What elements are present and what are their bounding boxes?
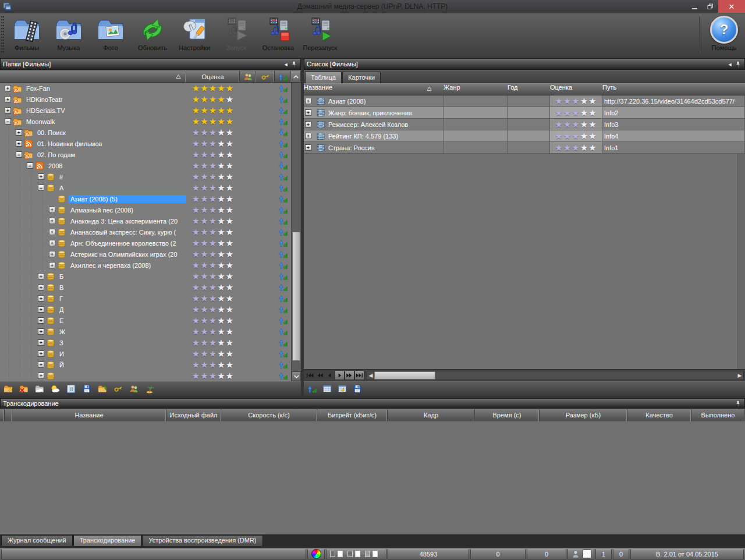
- toolbar-button-music-folder[interactable]: Музыка: [48, 16, 90, 51]
- tree-row[interactable]: +Б★★★★★: [0, 271, 291, 282]
- rating-stars[interactable]: ★★★★★: [192, 106, 234, 115]
- rating-stars[interactable]: ★★★★★: [555, 97, 597, 105]
- toolbar-table-button[interactable]: [322, 384, 332, 394]
- nav-next-button[interactable]: [335, 371, 345, 380]
- tree-row[interactable]: +И★★★★★: [0, 348, 291, 359]
- toolbar-weather-button[interactable]: [51, 384, 60, 394]
- rating-stars[interactable]: ★★★★★: [555, 143, 597, 152]
- rating-stars[interactable]: ★★★★★: [192, 283, 234, 292]
- scroll-down-button[interactable]: [292, 371, 301, 381]
- toolbar-save-button[interactable]: [353, 384, 362, 394]
- tree-row[interactable]: +00. Поиск★★★★★: [0, 127, 291, 138]
- toolbar-button-refresh[interactable]: Обновить: [132, 16, 173, 51]
- toolbar-button-films-folder[interactable]: Фильмы: [6, 16, 48, 51]
- toolbar-button-restart[interactable]: Перезапуск: [299, 16, 341, 51]
- expand-icon[interactable]: +: [38, 306, 44, 313]
- year-column-header[interactable]: Год: [508, 84, 550, 95]
- rating-stars[interactable]: ★★★★★: [192, 150, 234, 159]
- path-column-header[interactable]: Путь: [602, 84, 745, 95]
- rating-stars[interactable]: ★★★★★: [192, 117, 234, 126]
- scrollbar-thumb[interactable]: [292, 232, 300, 361]
- horizontal-scrollbar[interactable]: ◀ ▶: [367, 371, 744, 380]
- collapse-icon[interactable]: −: [38, 185, 44, 191]
- tab-Таблица[interactable]: Таблица: [305, 72, 342, 83]
- tab-Карточки[interactable]: Карточки: [342, 72, 381, 83]
- rating-stars[interactable]: ★★★★★: [192, 338, 234, 347]
- expand-icon[interactable]: +: [5, 85, 11, 91]
- close-button[interactable]: ✕: [718, 0, 745, 13]
- name-column-header[interactable]: Название: [304, 84, 444, 95]
- tree-row[interactable]: +Алмазный пес (2008)★★★★★: [0, 204, 291, 215]
- rating-stars[interactable]: ★★★★★: [192, 139, 234, 148]
- rating-stars[interactable]: ★★★★★: [192, 228, 234, 236]
- expand-icon[interactable]: +: [49, 207, 55, 213]
- tree-row[interactable]: +Астерикс на Олимпийских играх (20★★★★★: [0, 249, 291, 260]
- users-column-header[interactable]: [240, 71, 256, 82]
- scroll-left-button[interactable]: ◀: [367, 371, 374, 380]
- transcoding-column-header[interactable]: Скорость (к/с): [221, 409, 317, 421]
- genre-column-header[interactable]: Жанр: [444, 84, 508, 95]
- expand-icon[interactable]: +: [16, 129, 22, 136]
- tree-row[interactable]: −2008★★★★★: [0, 160, 291, 171]
- tree-row[interactable]: +Fox-Fan★★★★★: [0, 83, 291, 94]
- toolbar-grip[interactable]: [1, 16, 5, 54]
- rating-stars[interactable]: ★★★★★: [192, 128, 234, 137]
- expand-icon[interactable]: +: [38, 173, 44, 180]
- rating-stars[interactable]: ★★★★★: [192, 261, 234, 270]
- transcoding-column-header[interactable]: Исходный файл: [166, 409, 221, 421]
- rating-stars[interactable]: ★★★★★: [192, 371, 234, 380]
- expand-icon[interactable]: +: [38, 328, 44, 335]
- transcoding-column-header[interactable]: Выполнено: [691, 409, 745, 421]
- rating-column-header[interactable]: Оценка: [186, 71, 240, 82]
- transcoding-column-header[interactable]: Качество: [627, 409, 691, 421]
- tree-row[interactable]: +Ж★★★★★: [0, 326, 291, 337]
- nav-next2-button[interactable]: [345, 371, 354, 380]
- tree-row[interactable]: +01. Новинки фильмов★★★★★: [0, 138, 291, 149]
- tree-row[interactable]: +★★★★★: [0, 370, 291, 381]
- transcoding-column-header[interactable]: Время (с): [475, 409, 540, 421]
- scroll-right-button[interactable]: ▶: [736, 371, 743, 380]
- expand-icon[interactable]: +: [49, 262, 55, 268]
- tree-row[interactable]: +Г★★★★★: [0, 293, 291, 304]
- rating-stars[interactable]: ★★★★★: [192, 294, 234, 303]
- rating-stars[interactable]: ★★★★★: [555, 108, 597, 117]
- rating-stars[interactable]: ★★★★★: [192, 349, 234, 358]
- minimize-button[interactable]: [687, 0, 703, 13]
- scroll-up-button[interactable]: [291, 71, 301, 82]
- expand-icon[interactable]: +: [38, 295, 44, 302]
- collapse-icon[interactable]: −: [5, 118, 11, 125]
- table-row[interactable]: +Страна: Россия★★★★★Info1: [304, 142, 745, 154]
- tree-row[interactable]: +Е★★★★★: [0, 315, 291, 326]
- bottom-tab[interactable]: Журнал сообщений: [1, 535, 73, 546]
- nav-last-button[interactable]: [354, 371, 364, 380]
- expand-icon[interactable]: +: [38, 284, 44, 290]
- toolbar-save-button[interactable]: [82, 384, 91, 394]
- list-vertical-scrollbar[interactable]: [737, 154, 745, 369]
- tree-row[interactable]: +Арн: Объединенное королевство (2★★★★★: [0, 238, 291, 249]
- nav-prev2-button[interactable]: [315, 371, 325, 380]
- rating-stars[interactable]: ★★★★★: [192, 95, 234, 104]
- pin-icon[interactable]: [734, 60, 742, 68]
- tree-row[interactable]: +В★★★★★: [0, 282, 291, 293]
- scrollbar-thumb[interactable]: [374, 371, 435, 380]
- expand-icon[interactable]: +: [38, 317, 44, 324]
- nav-prev-button[interactable]: [325, 371, 335, 380]
- rating-stars[interactable]: ★★★★★: [192, 272, 234, 281]
- bottom-tab[interactable]: Устройства воспроизведения (DMR): [142, 535, 262, 546]
- tree-row[interactable]: +Ананасовый экспресс: Сижу, курю (★★★★★: [0, 226, 291, 238]
- expand-icon[interactable]: +: [38, 339, 44, 346]
- expand-icon[interactable]: +: [38, 373, 44, 379]
- expand-icon[interactable]: +: [49, 240, 55, 246]
- rating-stars[interactable]: ★★★★★: [192, 239, 234, 247]
- table-row[interactable]: +Рейтинг КП: 4.579 (133)★★★★★Info4: [304, 130, 745, 142]
- expand-icon[interactable]: +: [49, 229, 55, 235]
- transcoding-column-header[interactable]: Название: [12, 409, 166, 421]
- help-button[interactable]: ? Помощь: [703, 16, 745, 51]
- expand-icon[interactable]: +: [38, 361, 44, 368]
- tree-row[interactable]: −02. По годам★★★★★: [0, 149, 291, 160]
- rating-stars[interactable]: ★★★★★: [192, 161, 234, 170]
- rating-stars[interactable]: ★★★★★: [555, 132, 597, 140]
- expand-icon[interactable]: +: [5, 107, 11, 114]
- expand-icon[interactable]: +: [305, 144, 311, 151]
- rating-stars[interactable]: ★★★★★: [192, 217, 234, 225]
